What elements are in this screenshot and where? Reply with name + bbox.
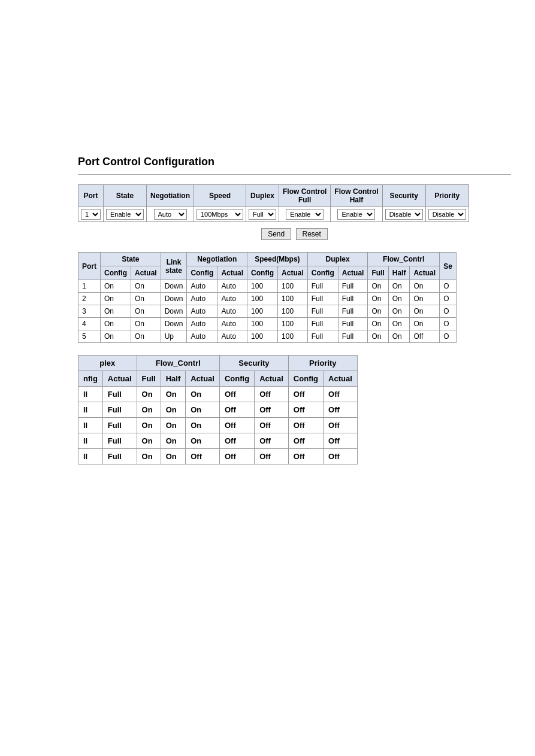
col-header-negotiation: Negotiation: [147, 185, 194, 207]
send-button[interactable]: Send: [261, 228, 291, 240]
overflow-table-row: llFullOnOnOnOffOffOffOff: [78, 387, 358, 402]
col-header-security: Security: [382, 185, 425, 207]
sub-dup-actual: Actual: [338, 266, 368, 280]
overflow-table-row: llFullOnOnOnOffOffOffOff: [78, 418, 358, 433]
priority-select[interactable]: Enable Disable: [428, 209, 466, 220]
sub-neg-config: Config: [187, 266, 217, 280]
flow-half-select[interactable]: Enable Disable: [337, 209, 375, 220]
status-col-negotiation: Negotiation: [187, 253, 247, 266]
page-container: Port Control Configuration Port State Ne…: [0, 0, 535, 756]
port-select[interactable]: 1 2 3 4 5: [81, 209, 101, 220]
col-header-flow-full: Flow ControlFull: [279, 185, 331, 207]
sub-speed-config: Config: [247, 266, 278, 280]
status-col-port: Port: [78, 253, 101, 280]
ov-col-security: Security: [219, 356, 288, 371]
ov-sub-pri-config: Config: [288, 371, 323, 387]
duplex-select[interactable]: Full Half: [249, 209, 276, 220]
status-table-row: 2OnOnDownAutoAuto100100FullFullOnOnOnO: [78, 293, 457, 305]
page-title: Port Control Configuration: [78, 156, 511, 168]
sub-fc-half: Half: [388, 266, 410, 280]
col-header-duplex: Duplex: [246, 185, 279, 207]
status-table: Port State Linkstate Negotiation Speed(M…: [78, 252, 457, 343]
ov-sub-full: Full: [137, 371, 161, 387]
status-col-flow: Flow_Contrl: [368, 253, 440, 266]
ov-col-plex: plex: [78, 356, 137, 371]
sub-dup-config: Config: [307, 266, 338, 280]
status-col-se: Se: [440, 253, 457, 280]
sub-fc-actual: Actual: [410, 266, 440, 280]
reset-button[interactable]: Reset: [296, 228, 328, 240]
security-select[interactable]: Enable Disable: [385, 209, 423, 220]
sub-neg-actual: Actual: [217, 266, 247, 280]
status-col-state: State: [101, 253, 161, 266]
negotiation-select[interactable]: Auto Force: [154, 209, 187, 220]
ov-sub-sec-actual: Actual: [255, 371, 289, 387]
sub-speed-actual: Actual: [278, 266, 308, 280]
ov-sub-nfig: nfig: [78, 371, 103, 387]
overflow-table-row: llFullOnOnOnOffOffOffOff: [78, 402, 358, 418]
col-header-speed: Speed: [194, 185, 246, 207]
ov-sub-sec-config: Config: [219, 371, 254, 387]
overflow-table: plex Flow_Contrl Security Priority nfig …: [78, 355, 358, 464]
ov-sub-half: Half: [161, 371, 186, 387]
divider: [78, 174, 511, 175]
col-header-port: Port: [78, 185, 104, 207]
overflow-table-row: llFullOnOnOnOffOffOffOff: [78, 433, 358, 449]
status-table-row: 3OnOnDownAutoAuto100100FullFullOnOnOnO: [78, 305, 457, 318]
status-col-duplex: Duplex: [307, 253, 368, 266]
status-col-speed: Speed(Mbps): [247, 253, 308, 266]
overflow-table-row: llFullOnOnOffOffOffOffOff: [78, 449, 358, 464]
sub-state-config: Config: [101, 266, 131, 280]
status-table-row: 1OnOnDownAutoAuto100100FullFullOnOnOnO: [78, 280, 457, 293]
status-table-row: 4OnOnDownAutoAuto100100FullFullOnOnOnO: [78, 318, 457, 330]
flow-full-select[interactable]: Enable Disable: [286, 209, 324, 220]
ov-sub-pri-actual: Actual: [324, 371, 358, 387]
ov-col-flow: Flow_Contrl: [137, 356, 219, 371]
sub-state-actual: Actual: [131, 266, 161, 280]
config-form-table: Port State Negotiation Speed Duplex Flow…: [78, 184, 469, 222]
col-header-flow-half: Flow ControlHalf: [331, 185, 382, 207]
ov-col-priority: Priority: [288, 356, 357, 371]
state-select[interactable]: Enable Disable: [106, 209, 144, 220]
ov-sub-actual1: Actual: [102, 371, 137, 387]
sub-fc-full: Full: [368, 266, 388, 280]
speed-select[interactable]: 10Mbps 100Mbps 1000Mbps: [197, 209, 243, 220]
status-table-row: 5OnOnUpAutoAuto100100FullFullOnOnOffO: [78, 330, 457, 343]
status-col-link: Linkstate: [161, 253, 187, 280]
ov-sub-actual2: Actual: [186, 371, 220, 387]
col-header-state: State: [104, 185, 147, 207]
button-row: Send Reset: [78, 228, 511, 240]
col-header-priority: Priority: [425, 185, 468, 207]
